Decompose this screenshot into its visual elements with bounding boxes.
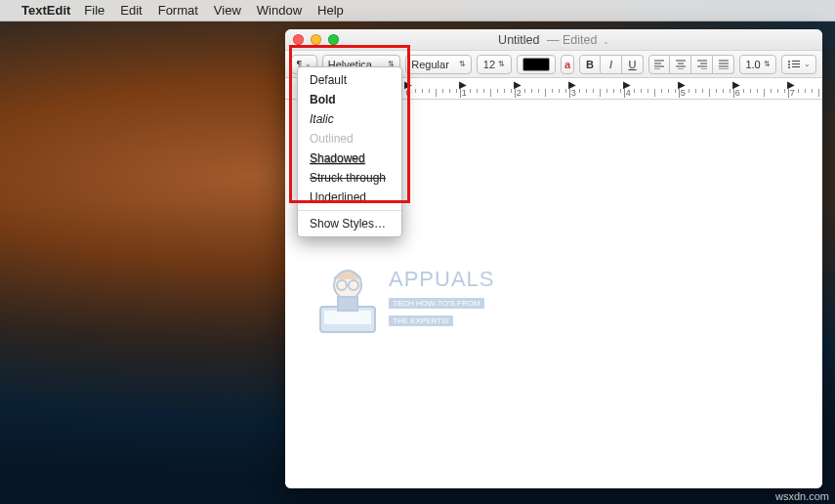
ruler-tick (586, 89, 587, 93)
ruler-tick (702, 89, 703, 93)
color-swatch-icon (522, 58, 550, 71)
ruler-tick (647, 89, 648, 93)
title-chevron-icon[interactable]: ⌄ (603, 37, 609, 46)
svg-point-16 (788, 61, 790, 63)
align-right-button[interactable] (691, 55, 713, 74)
zoom-button[interactable] (328, 34, 339, 45)
svg-rect-21 (792, 66, 800, 67)
ruler-tick (436, 89, 437, 97)
ruler-label: |5 (678, 88, 685, 98)
ruler-label: |1 (459, 88, 466, 98)
minimize-button[interactable] (311, 34, 321, 45)
style-item-italic[interactable]: Italic (298, 109, 401, 129)
ruler-tick (470, 89, 471, 93)
menu-help[interactable]: Help (317, 3, 344, 18)
style-item-shadowed[interactable]: Shadowed (298, 148, 401, 168)
align-center-button[interactable] (670, 55, 691, 74)
menu-separator (298, 210, 401, 211)
ruler-tick (668, 89, 669, 93)
svg-point-20 (788, 66, 790, 68)
menu-file[interactable]: File (84, 3, 104, 18)
ruler-tick (716, 89, 717, 93)
line-spacing-value: 1.0 (745, 59, 760, 70)
ruler-tick (661, 89, 662, 93)
ruler-tick (422, 89, 423, 93)
style-item-struck[interactable]: Struck through (298, 168, 401, 188)
ruler-tick (784, 89, 785, 93)
ruler-tick (524, 89, 525, 93)
menubar-appname[interactable]: TextEdit (21, 3, 70, 18)
ruler-tick (805, 89, 806, 93)
ruler-tick (723, 89, 724, 93)
underline-button[interactable]: U (622, 55, 644, 74)
menu-view[interactable]: View (214, 3, 241, 18)
ruler-tick (477, 89, 478, 93)
svg-rect-17 (792, 61, 800, 62)
watermark: APPUALS TECH HOW-TO'S FROM THE EXPERTS! (313, 250, 527, 344)
style-item-underlined[interactable]: Underlined (298, 188, 401, 207)
ruler-tick (798, 89, 799, 93)
ruler-tick (654, 89, 655, 97)
window-title: Untitled — Edited ⌄ (498, 33, 609, 47)
ruler-tick (634, 89, 635, 93)
chevron-updown-icon: ⇅ (498, 60, 505, 68)
ruler-tick (442, 89, 443, 93)
svg-rect-19 (792, 63, 800, 64)
text-style-segment: B I U (579, 55, 644, 74)
ruler-tick (675, 89, 676, 93)
bold-button[interactable]: B (579, 55, 601, 74)
chevron-down-icon: ⌄ (804, 60, 811, 68)
style-item-outlined[interactable]: Outlined (298, 129, 401, 148)
ruler-label: |7 (787, 88, 794, 98)
traffic-lights (293, 34, 339, 45)
list-style-button[interactable]: ⌄ (781, 55, 816, 74)
highlight-color-button[interactable]: a (561, 55, 574, 74)
ruler-tick (511, 89, 512, 93)
text-color-button[interactable] (517, 55, 556, 74)
watermark-sub2: THE EXPERTS! (389, 315, 453, 326)
style-item-default[interactable]: Default (298, 70, 401, 90)
font-weight-select[interactable]: Regular⇅ (405, 55, 472, 74)
style-item-show-styles[interactable]: Show Styles… (298, 214, 401, 233)
menu-format[interactable]: Format (158, 3, 198, 18)
menu-edit[interactable]: Edit (120, 3, 142, 18)
menubar: TextEdit File Edit Format View Window He… (0, 0, 835, 21)
ruler-label: |4 (623, 88, 630, 98)
align-left-button[interactable] (648, 55, 670, 74)
ruler-tick (504, 89, 505, 93)
ruler-tick (730, 89, 731, 93)
font-size-select[interactable]: 12⇅ (477, 55, 512, 74)
document-name: Untitled (498, 33, 539, 47)
close-button[interactable] (293, 34, 304, 45)
ruler-tick (764, 89, 765, 97)
attribution-text: wsxdn.com (775, 490, 829, 502)
ruler-tick (531, 89, 532, 93)
ruler-tick (545, 89, 546, 97)
ruler-tick (429, 89, 430, 93)
ruler-tick (613, 89, 614, 93)
style-item-bold[interactable]: Bold (298, 90, 401, 109)
line-spacing-select[interactable]: 1.0⇅ (739, 55, 776, 74)
ruler-tick (559, 89, 560, 93)
ruler-tick (593, 89, 594, 93)
ruler-tick (689, 89, 689, 93)
menu-window[interactable]: Window (257, 3, 302, 18)
ruler-tick (606, 89, 607, 93)
watermark-title: APPUALS (389, 267, 495, 292)
align-justify-button[interactable] (713, 55, 734, 74)
ruler-tick (695, 89, 696, 93)
chevron-updown-icon: ⇅ (764, 60, 771, 68)
ruler-tick (641, 89, 642, 93)
ruler-tick (490, 89, 491, 97)
ruler-tick (415, 89, 416, 93)
edited-indicator: — Edited (547, 33, 597, 47)
font-size-value: 12 (483, 59, 495, 70)
svg-point-18 (788, 63, 790, 65)
titlebar[interactable]: Untitled — Edited ⌄ (285, 29, 822, 51)
ruler-tick (449, 89, 450, 93)
ruler-tick (456, 89, 457, 93)
ruler-tick (579, 89, 580, 93)
ruler-tick (600, 89, 601, 97)
italic-button[interactable]: I (601, 55, 622, 74)
font-weight-value: Regular (411, 59, 449, 70)
